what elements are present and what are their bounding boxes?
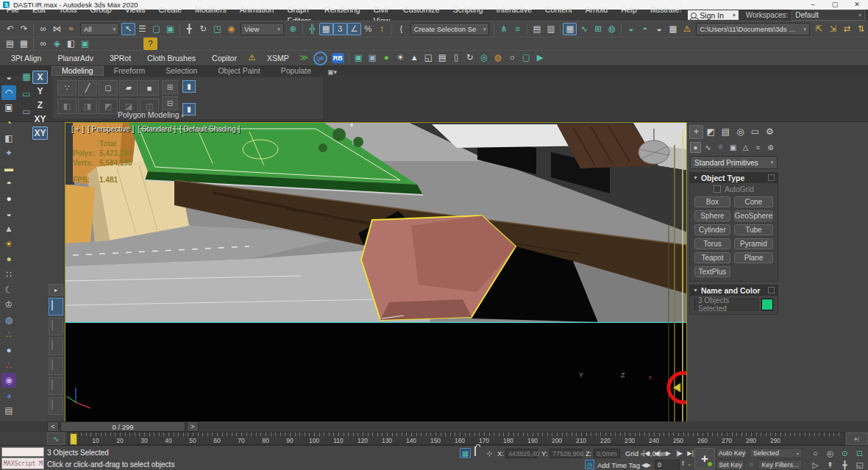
zoom-all-icon[interactable]: ◎ xyxy=(824,448,836,458)
moon-icon[interactable]: ☾ xyxy=(1,282,16,297)
sun-light-icon[interactable]: ☀ xyxy=(1,237,16,252)
utilities-tab[interactable]: ⚙ xyxy=(763,125,777,139)
unlink-selection-icon[interactable]: ⋈ xyxy=(50,23,64,35)
render-states-icon[interactable]: ▩ xyxy=(666,23,680,35)
object-color-swatch[interactable] xyxy=(761,299,773,310)
key-mode-toggle-icon[interactable]: ◀▶ xyxy=(641,460,651,469)
minimize-button[interactable]: – xyxy=(802,0,824,10)
window-crossing-icon[interactable]: ▣ xyxy=(163,23,177,35)
cloth-brushes-button[interactable]: Cloth Brushes xyxy=(139,54,204,63)
snap-toggle-3d-icon[interactable]: 3 xyxy=(333,23,347,35)
tab-object-paint[interactable]: Object Paint xyxy=(207,66,270,76)
sphere-button[interactable]: Sphere xyxy=(694,210,730,221)
perspective-viewport[interactable]: Y Z X [ + ] [ Perspective ] [ Standard ]… xyxy=(65,122,687,422)
plane-button[interactable]: Plane xyxy=(734,252,773,263)
play-icon[interactable]: ▶ xyxy=(664,448,673,457)
mini-curve-editor-button[interactable]: ∿ xyxy=(47,432,65,445)
sign-in-button[interactable]: Sign In ▾ xyxy=(688,10,738,20)
teapot-button[interactable]: Teapot xyxy=(694,252,730,263)
isolate-selection-toggle[interactable]: ▦ xyxy=(460,448,471,458)
undo-icon[interactable]: ↶ xyxy=(3,23,17,35)
time-slider-playhead[interactable] xyxy=(70,433,77,445)
cylinder-button[interactable]: Cylinder xyxy=(694,224,730,235)
grass-icon[interactable]: ∴ xyxy=(1,327,16,343)
zoom-extents-icon[interactable]: ⊙ xyxy=(839,448,851,458)
viewport-layout-3[interactable] xyxy=(49,338,63,355)
rb-badge[interactable]: RB xyxy=(332,53,344,63)
project-folder-dropdown[interactable]: C:\Users\11\Documents\3ds Max 2020▾ xyxy=(696,23,810,35)
geosphere-button[interactable]: GeoSphere xyxy=(734,210,773,221)
qr-badge[interactable]: QR xyxy=(313,51,327,65)
arc-rainbow-icon[interactable]: ◠ xyxy=(1,85,16,101)
axis-z-button-2[interactable]: Z xyxy=(32,99,48,112)
viewport-layout-5[interactable] xyxy=(49,377,63,395)
pm-mini-button-1[interactable]: ⊞ xyxy=(162,80,178,94)
y-coord-field[interactable]: 77528,906 xyxy=(549,449,582,458)
zoom-icon[interactable]: ○ xyxy=(809,448,822,458)
clipboard-icon[interactable]: ▤ xyxy=(1,403,16,419)
pm-toggle-top[interactable]: ▮ xyxy=(182,80,196,93)
bind-to-space-warp-icon[interactable]: ≈ xyxy=(64,23,78,35)
ribbon-config-dropdown[interactable]: ▣▾ xyxy=(327,68,337,76)
key-filters-button[interactable]: Key Filters... xyxy=(758,460,803,470)
asset-import-icon-2[interactable]: ⇲ xyxy=(826,23,840,35)
keyboard-override-icon[interactable]: ▦ xyxy=(319,23,333,35)
select-and-move-icon[interactable]: ╋ xyxy=(182,23,196,35)
primitive-category-dropdown[interactable]: Standard Primitives ▾ xyxy=(690,156,778,169)
box-button[interactable]: Box xyxy=(694,196,730,207)
rain-particles-icon[interactable]: ∷ xyxy=(1,267,16,282)
next-frame-icon[interactable]: |▶ xyxy=(675,448,684,457)
viewport-layout-1[interactable] xyxy=(49,298,63,316)
dome-primitive-icon[interactable]: ◓ xyxy=(1,176,16,191)
pm-mini-button-2[interactable]: ⊟ xyxy=(162,96,178,110)
purple-ball-icon[interactable]: ◉ xyxy=(1,373,16,388)
selection-lock-toggle[interactable] xyxy=(474,447,476,455)
quick-tool-2-icon[interactable]: ▦ xyxy=(17,38,31,50)
book-icon[interactable]: ▤ xyxy=(435,52,449,65)
auto-key-button[interactable]: Auto Key xyxy=(716,448,747,458)
workspace-dropdown[interactable]: Default ▾ xyxy=(791,10,865,21)
viewport-layout-2[interactable] xyxy=(49,318,63,335)
material-editor-icon[interactable]: ◍ xyxy=(605,23,619,35)
timeline-end-cap[interactable]: ▸| xyxy=(846,432,868,445)
polygon-modeling-label[interactable]: Polygon Modeling▾ xyxy=(74,110,228,119)
textplus-button[interactable]: TextPlus xyxy=(694,266,730,277)
axis-xy-button-3[interactable]: XY xyxy=(32,113,48,126)
toggle-ribbon-icon[interactable]: ▦ xyxy=(563,23,577,35)
copitor-button[interactable]: Copitor xyxy=(204,54,245,63)
set-key-button[interactable]: Set Key xyxy=(716,460,744,470)
maximize-viewport-icon[interactable]: ◱ xyxy=(853,460,866,470)
quick-tool-5-icon[interactable]: ◧ xyxy=(64,38,78,50)
layout-arrow-button[interactable]: ▸ xyxy=(49,284,63,296)
element-subobject-icon[interactable]: ■ xyxy=(140,80,159,96)
viewport-menu-shading[interactable]: [ Default Shading ] xyxy=(179,125,240,133)
pearl-sphere-icon[interactable]: ● xyxy=(1,343,16,358)
add-time-tag[interactable]: Add Time Tag xyxy=(597,461,640,469)
key-mode-dropdown[interactable]: Selected ▾ xyxy=(750,448,803,458)
go-to-start-icon[interactable]: |◀ xyxy=(641,448,651,457)
warning-icon[interactable]: ⚠ xyxy=(680,23,694,35)
select-and-rotate-icon[interactable]: ↻ xyxy=(196,23,210,35)
pixel-grid-icon[interactable]: ▦ xyxy=(19,71,34,82)
camera-add-icon[interactable]: ▣ xyxy=(352,52,366,65)
previous-frame-icon[interactable]: ◀| xyxy=(652,448,662,457)
name-and-color-header[interactable]: ▼ Name and Color xyxy=(689,285,778,296)
previous-frame-button[interactable]: < xyxy=(47,421,59,432)
teapot-render-icon[interactable]: ◒ xyxy=(1,70,16,85)
play-frame-icon[interactable]: ▶ xyxy=(533,52,547,65)
box-primitive-icon[interactable]: ▬ xyxy=(1,161,16,177)
chevrons-icon[interactable]: ≫ xyxy=(297,52,311,65)
axis-x-button-0[interactable]: X xyxy=(32,71,48,84)
select-object-icon[interactable]: ↖ xyxy=(121,23,135,35)
spacewarps-category[interactable]: ≈ xyxy=(753,142,764,153)
viewport-scene[interactable]: Y Z X xyxy=(65,123,686,421)
axis-xy-button-4[interactable]: XY xyxy=(32,127,48,140)
x-coord-field[interactable]: 443825,40 xyxy=(505,449,538,458)
walk-through-icon[interactable]: ↟ xyxy=(824,460,836,470)
bulb-outline-icon[interactable]: ○ xyxy=(505,52,519,65)
light-clock-icon[interactable]: ◔ xyxy=(1,115,16,131)
named-selection-dropdown[interactable]: Create Selection Se▾ xyxy=(410,23,490,35)
palette-icon[interactable]: ◍ xyxy=(491,52,505,65)
edge-subobject-icon[interactable]: ╱ xyxy=(78,80,97,96)
timeline-ruler[interactable]: 1020304050607080901001101201301401501601… xyxy=(68,432,844,445)
